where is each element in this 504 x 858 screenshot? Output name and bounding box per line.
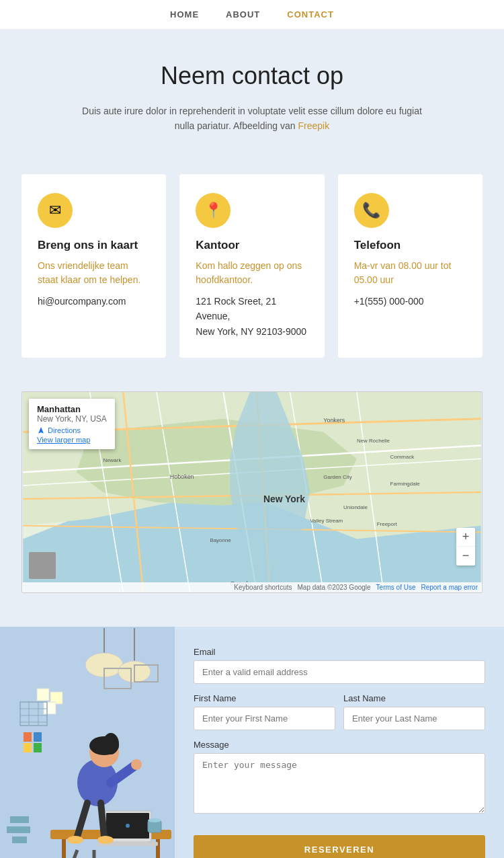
hero-section: Neem contact op Duis aute irure dolor in… bbox=[0, 30, 504, 161]
svg-text:Bayonne: Bayonne bbox=[210, 537, 231, 543]
card-phone-detail: +1(555) 000-000 bbox=[354, 294, 466, 309]
svg-text:Farmingdale: Farmingdale bbox=[390, 481, 421, 487]
page-title: Neem contact op bbox=[40, 62, 464, 90]
card-email: ✉ Breng ons in kaart Ons vriendelijke te… bbox=[22, 174, 166, 358]
svg-rect-47 bbox=[24, 732, 32, 742]
svg-rect-81 bbox=[12, 836, 27, 843]
svg-text:Garden City: Garden City bbox=[323, 474, 351, 480]
message-group: Message bbox=[194, 740, 485, 816]
map-container[interactable]: New York Manhattan Yonkers New Rochelle … bbox=[22, 391, 482, 593]
form-illustration bbox=[0, 627, 175, 858]
map-popup: Manhattan New York, NY, USA Directions V… bbox=[29, 399, 115, 449]
last-name-label: Last Name bbox=[343, 693, 485, 703]
svg-point-68 bbox=[131, 759, 142, 770]
svg-rect-38 bbox=[37, 689, 49, 701]
svg-text:Yonkers: Yonkers bbox=[323, 417, 345, 424]
card-email-title: Breng ons in kaart bbox=[38, 239, 150, 252]
svg-text:Uniondale: Uniondale bbox=[343, 504, 368, 510]
map-directions[interactable]: Directions bbox=[37, 426, 107, 434]
card-email-detail: hi@ourcompany.com bbox=[38, 294, 150, 309]
svg-text:Valley Stream: Valley Stream bbox=[310, 518, 343, 524]
zoom-out-button[interactable]: − bbox=[456, 547, 475, 566]
svg-rect-40 bbox=[44, 702, 56, 714]
card-office-detail: 121 Rock Sreet, 21 Avenue, New York, NY … bbox=[196, 294, 308, 339]
svg-point-59 bbox=[126, 824, 130, 828]
message-label: Message bbox=[194, 740, 485, 750]
svg-rect-50 bbox=[34, 743, 42, 752]
card-phone-title: Telefoon bbox=[354, 239, 466, 252]
svg-point-66 bbox=[103, 733, 119, 754]
map-place-name: Manhattan bbox=[37, 404, 107, 414]
card-office-title: Kantoor bbox=[196, 239, 308, 252]
name-row: First Name Last Name bbox=[194, 693, 485, 730]
svg-rect-79 bbox=[10, 816, 29, 823]
svg-point-72 bbox=[97, 836, 114, 844]
form-section: Email First Name Last Name Message RESER… bbox=[0, 627, 504, 858]
first-name-input[interactable] bbox=[194, 707, 335, 730]
cards-row: ✉ Breng ons in kaart Ons vriendelijke te… bbox=[22, 174, 482, 358]
svg-point-62 bbox=[148, 818, 161, 822]
card-phone: 📞 Telefoon Ma-vr van 08.00 uur tot 05.00… bbox=[338, 174, 482, 358]
nav-contact[interactable]: CONTACT bbox=[287, 9, 334, 20]
svg-text:Hoboken: Hoboken bbox=[170, 473, 194, 480]
navigation: HOME ABOUT CONTACT bbox=[0, 0, 504, 30]
card-office-highlight: Kom hallo zeggen op ons hoofdkantoor. bbox=[196, 259, 308, 287]
first-name-group: First Name bbox=[194, 693, 335, 730]
phone-icon: 📞 bbox=[354, 193, 389, 228]
svg-text:Newark: Newark bbox=[103, 457, 121, 463]
contact-form-container: Email First Name Last Name Message RESER… bbox=[175, 627, 504, 858]
map-zoom-controls: + − bbox=[456, 528, 475, 566]
svg-text:Commack: Commack bbox=[390, 454, 415, 460]
svg-text:New Rochelle: New Rochelle bbox=[357, 437, 390, 443]
card-office: 📍 Kantoor Kom hallo zeggen op ons hoofdk… bbox=[179, 174, 324, 358]
nav-home[interactable]: HOME bbox=[170, 9, 199, 20]
svg-rect-48 bbox=[34, 732, 42, 742]
view-larger-map-link[interactable]: View larger map bbox=[37, 436, 107, 444]
svg-text:Freeport: Freeport bbox=[377, 521, 398, 527]
cards-section: ✉ Breng ons in kaart Ons vriendelijke te… bbox=[0, 161, 504, 391]
last-name-input[interactable] bbox=[343, 707, 485, 730]
map-report-link[interactable]: Report a map error bbox=[421, 584, 478, 591]
svg-text:New York: New York bbox=[263, 494, 305, 504]
email-input[interactable] bbox=[194, 660, 485, 684]
zoom-in-button[interactable]: + bbox=[456, 528, 475, 547]
hero-description: Duis aute irure dolor in reprehenderit i… bbox=[77, 104, 427, 134]
location-icon: 📍 bbox=[196, 193, 230, 228]
nav-about[interactable]: ABOUT bbox=[226, 9, 260, 20]
submit-button[interactable]: RESERVEREN bbox=[194, 835, 485, 858]
map-keyboard-shortcuts: Keyboard shortcuts bbox=[234, 584, 292, 591]
message-input[interactable] bbox=[194, 753, 485, 814]
svg-line-70 bbox=[101, 803, 104, 836]
map-data-credit: Map data ©2023 Google bbox=[297, 584, 370, 591]
card-phone-highlight: Ma-vr van 08.00 uur tot 05.00 uur bbox=[354, 259, 466, 287]
illustration-svg bbox=[0, 627, 175, 858]
email-label: Email bbox=[194, 647, 485, 657]
email-group: Email bbox=[194, 647, 485, 684]
map-place-location: New York, NY, USA bbox=[37, 414, 107, 424]
map-terms-link[interactable]: Terms of Use bbox=[376, 584, 416, 591]
svg-rect-80 bbox=[7, 826, 30, 833]
email-icon: ✉ bbox=[38, 193, 73, 228]
svg-point-71 bbox=[67, 836, 83, 844]
directions-icon bbox=[37, 426, 45, 434]
last-name-group: Last Name bbox=[343, 693, 485, 730]
svg-rect-49 bbox=[24, 743, 32, 752]
freepik-link[interactable]: Freepik bbox=[298, 120, 330, 131]
map-thumbnail bbox=[29, 552, 56, 579]
card-email-highlight: Ons vriendelijke team staat klaar om te … bbox=[38, 259, 150, 287]
map-footer: Keyboard shortcuts Map data ©2023 Google… bbox=[22, 582, 482, 592]
first-name-label: First Name bbox=[194, 693, 335, 703]
map-section: New York Manhattan Yonkers New Rochelle … bbox=[0, 391, 504, 627]
